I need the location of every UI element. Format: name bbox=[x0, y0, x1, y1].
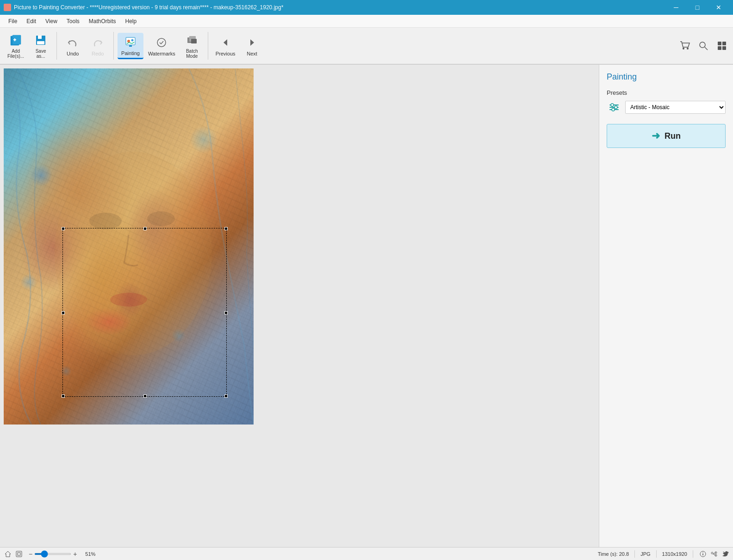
run-label: Run bbox=[665, 131, 681, 141]
svg-marker-15 bbox=[224, 39, 227, 46]
menu-help[interactable]: Help bbox=[121, 16, 142, 26]
svg-rect-14 bbox=[191, 39, 197, 43]
svg-point-37 bbox=[612, 108, 615, 111]
svg-rect-10 bbox=[129, 45, 132, 47]
menu-softorbits[interactable]: MathOrbits bbox=[84, 16, 121, 26]
svg-rect-5 bbox=[38, 36, 42, 39]
share-icon[interactable] bbox=[710, 550, 718, 558]
status-fit-icon[interactable] bbox=[15, 550, 23, 558]
add-files-label: Add File(s)... bbox=[7, 49, 24, 59]
toolbar-next[interactable]: Next bbox=[240, 33, 264, 58]
svg-point-9 bbox=[131, 39, 133, 41]
svg-line-20 bbox=[705, 47, 708, 50]
svg-point-11 bbox=[157, 38, 166, 47]
menu-file[interactable]: File bbox=[4, 16, 22, 26]
zoom-percent: 51% bbox=[79, 551, 95, 557]
menu-tools[interactable]: Tools bbox=[62, 16, 84, 26]
dimensions-label: 1310x1920 bbox=[662, 551, 687, 557]
app-icon bbox=[4, 4, 11, 11]
toolbar-previous[interactable]: Previous bbox=[212, 33, 239, 58]
toolbar-save-as[interactable]: Save as... bbox=[29, 31, 53, 61]
minimize-button[interactable]: ─ bbox=[665, 0, 687, 15]
undo-label: Undo bbox=[67, 51, 79, 56]
svg-rect-24 bbox=[722, 46, 726, 50]
presets-label: Presets bbox=[607, 89, 726, 96]
main-content: Painting Presets Artistic - Mosaic Oil P… bbox=[0, 65, 733, 547]
svg-marker-16 bbox=[250, 39, 254, 46]
presets-row: Artistic - Mosaic Oil Painting Watercolo… bbox=[607, 100, 726, 115]
status-home-icon[interactable] bbox=[4, 550, 12, 558]
status-divider-1 bbox=[634, 550, 635, 558]
zoom-out-icon[interactable]: − bbox=[29, 550, 32, 558]
menu-edit[interactable]: Edit bbox=[22, 16, 41, 26]
menu-bar: File Edit View Tools MathOrbits Help bbox=[0, 15, 733, 28]
status-bar: − + 51% Time (s): 20.8 JPG 1310x1920 bbox=[0, 547, 733, 560]
previous-label: Previous bbox=[216, 51, 236, 56]
right-panel: Painting Presets Artistic - Mosaic Oil P… bbox=[599, 65, 733, 547]
search-icon[interactable] bbox=[696, 38, 711, 53]
watermarks-icon bbox=[154, 35, 169, 50]
watermarks-label: Watermarks bbox=[148, 51, 175, 56]
status-divider-2 bbox=[656, 550, 657, 558]
svg-point-29 bbox=[55, 152, 212, 355]
time-label: Time (s): 20.8 bbox=[598, 551, 629, 557]
zoom-slider[interactable] bbox=[34, 553, 71, 555]
svg-rect-21 bbox=[718, 42, 721, 45]
svg-point-30 bbox=[89, 213, 122, 229]
svg-point-31 bbox=[147, 211, 175, 226]
info-icon[interactable] bbox=[699, 550, 707, 558]
status-right-icons bbox=[699, 550, 729, 558]
redo-icon bbox=[90, 35, 105, 50]
panel-title: Painting bbox=[607, 72, 726, 82]
toolbar-sep-2 bbox=[113, 32, 114, 60]
menu-view[interactable]: View bbox=[41, 16, 62, 26]
svg-point-19 bbox=[700, 42, 705, 48]
format-label: JPG bbox=[640, 551, 650, 557]
batch-mode-label: Batch Mode bbox=[186, 49, 198, 59]
svg-point-17 bbox=[683, 48, 684, 49]
save-as-icon bbox=[33, 33, 48, 48]
previous-icon bbox=[218, 35, 233, 50]
zoom-control: − + 51% bbox=[29, 550, 95, 558]
toolbar-redo[interactable]: Redo bbox=[86, 33, 110, 58]
title-bar-controls: ─ □ ✕ bbox=[665, 0, 729, 15]
next-icon bbox=[245, 35, 260, 50]
title-bar-text: Picture to Painting Converter - ****Unre… bbox=[14, 4, 283, 11]
svg-rect-22 bbox=[722, 42, 726, 45]
toolbar-undo[interactable]: Undo bbox=[61, 33, 85, 58]
svg-point-36 bbox=[615, 106, 617, 109]
run-button[interactable]: ➜ Run bbox=[607, 124, 726, 148]
status-icons bbox=[4, 550, 23, 558]
zoom-in-icon[interactable]: + bbox=[73, 550, 77, 558]
toolbar: Add File(s)... Save as... Undo bbox=[0, 28, 733, 65]
svg-point-18 bbox=[687, 48, 689, 49]
twitter-icon[interactable] bbox=[721, 550, 729, 558]
svg-rect-39 bbox=[18, 553, 20, 555]
cart-icon[interactable] bbox=[677, 38, 692, 53]
toolbar-add-files[interactable]: Add File(s)... bbox=[4, 31, 28, 61]
undo-icon bbox=[65, 35, 80, 50]
svg-rect-6 bbox=[37, 41, 44, 44]
close-button[interactable]: ✕ bbox=[708, 0, 729, 15]
svg-rect-23 bbox=[718, 46, 721, 50]
title-bar: Picture to Painting Converter - ****Unre… bbox=[0, 0, 733, 15]
presets-select[interactable]: Artistic - Mosaic Oil Painting Watercolo… bbox=[625, 101, 726, 114]
batch-mode-icon bbox=[185, 33, 199, 48]
canvas-area[interactable] bbox=[0, 65, 599, 547]
toolbar-painting[interactable]: Painting bbox=[118, 33, 143, 59]
toolbar-sep-3 bbox=[208, 32, 208, 60]
toolbar-watermarks[interactable]: Watermarks bbox=[144, 33, 179, 58]
svg-rect-38 bbox=[16, 551, 22, 557]
redo-label: Redo bbox=[92, 51, 104, 56]
svg-point-42 bbox=[702, 552, 703, 553]
painting-label: Painting bbox=[121, 50, 140, 56]
presets-icon bbox=[607, 100, 621, 115]
status-right: Time (s): 20.8 JPG 1310x1920 bbox=[598, 550, 729, 558]
toolbar-batch-mode[interactable]: Batch Mode bbox=[180, 31, 204, 61]
account-icon[interactable] bbox=[714, 38, 729, 53]
save-as-label: Save as... bbox=[36, 49, 46, 59]
painting-canvas bbox=[4, 68, 254, 425]
maximize-button[interactable]: □ bbox=[687, 0, 708, 15]
svg-point-35 bbox=[611, 104, 614, 106]
painting-container bbox=[4, 68, 254, 425]
